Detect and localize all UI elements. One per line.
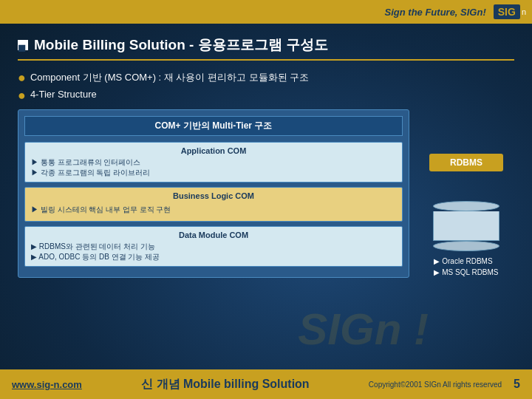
bullet-text-2: 4-Tier Structure [30,89,97,100]
title-text: Mobile Billing Solution - 응용프로그램 구성도 [34,35,328,55]
db-items: Oracle RDBMS MS SQL RDBMS [434,256,498,278]
app-com-item-1: 통통 프로그래류의 인터페이스 [31,157,396,168]
business-logic-item-1: 빌링 시스테의 핵심 내부 업무 로직 구현 [31,202,396,217]
data-module-com-label: Data Module COM [31,231,396,239]
business-logic-com-content: 빌링 시스테의 핵심 내부 업무 로직 구현 [31,202,396,217]
diagram-container: COM+ 기반의 Multi-Tier 구조 Application COM 통… [18,109,514,278]
page-title: ■ Mobile Billing Solution - 응용프로그램 구성도 [18,35,514,61]
diagram-right: RDBMS Oracle RDBMS MS SQL RDBMS [418,109,514,278]
footer-page-number: 5 [514,378,520,391]
db-cylinder [433,201,499,251]
diagram-left: COM+ 기반의 Multi-Tier 구조 Application COM 통… [18,109,409,278]
diagram-title: COM+ 기반의 Multi-Tier 구조 [24,116,403,136]
application-com-box: Application COM 통통 프로그래류의 인터페이스 각종 프로그램의… [24,142,403,183]
header-bar: Sign the Future, SIGn! SIG n [0,0,532,24]
data-module-com-content: RDBMS와 관련된 데이터 처리 기능 ADO, ODBC 등의 DB 연결 … [31,242,396,262]
application-com-label: Application COM [31,146,396,155]
header-slogan: Sign the Future, SIGn! [385,7,486,18]
db-bottom [433,241,499,251]
bullet-item-1: ● Component 기반 (MS COM+) : 재 사용이 편리하고 모듈… [18,71,514,84]
footer-title: 신 개념 Mobile billing Solution [141,377,310,392]
db-top [433,201,499,211]
data-module-item-1: RDBMS와 관련된 데이터 처리 기능 [31,242,396,252]
footer-url[interactable]: www.sig-n.com [12,379,82,390]
bullet-text-1: Component 기반 (MS COM+) : 재 사용이 편리하고 모듈화된… [30,71,309,84]
footer-right: Copyright©2001 SIGn All rights reserved … [369,378,520,391]
rdbms-button: RDBMS [429,154,503,171]
logo-sig: SIG [494,4,520,19]
db-body [433,211,499,241]
bullet-section: ● Component 기반 (MS COM+) : 재 사용이 편리하고 모듈… [18,71,514,102]
title-bullet-icon: ■ [18,40,28,50]
db-item-1: Oracle RDBMS [434,256,498,267]
footer: www.sig-n.com 신 개념 Mobile billing Soluti… [0,369,532,399]
logo-area: SIG n [494,4,526,19]
app-com-item-2: 각종 프로그램의 독립 라이브러리 [31,168,396,178]
business-logic-com-box: Business Logic COM 빌링 시스테의 핵심 내부 업무 로직 구… [24,187,403,222]
main-content: ■ Mobile Billing Solution - 응용프로그램 구성도 ●… [0,24,532,285]
footer-copyright: Copyright©2001 SIGn All rights reserved [369,381,502,389]
logo-n: n [522,7,526,16]
data-module-item-2: ADO, ODBC 등의 DB 연결 기능 제공 [31,252,396,262]
bullet-dot-1: ● [18,71,26,84]
business-logic-com-label: Business Logic COM [31,191,396,200]
bullet-dot-2: ● [18,89,26,102]
bullet-item-2: ● 4-Tier Structure [18,89,514,102]
data-module-com-box: Data Module COM RDBMS와 관련된 데이터 처리 기능 ADO… [24,226,403,267]
db-item-2: MS SQL RDBMS [434,267,498,278]
application-com-content: 통통 프로그래류의 인터페이스 각종 프로그램의 독립 라이브러리 [31,157,396,178]
